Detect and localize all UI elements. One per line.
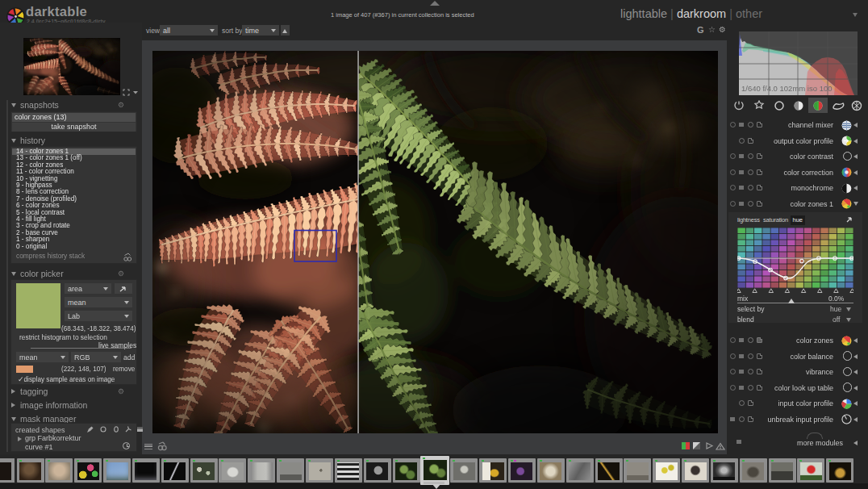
svg-text:1/640 f/4.0 102mm iso 100: 1/640 f/4.0 102mm iso 100 [741, 84, 833, 93]
